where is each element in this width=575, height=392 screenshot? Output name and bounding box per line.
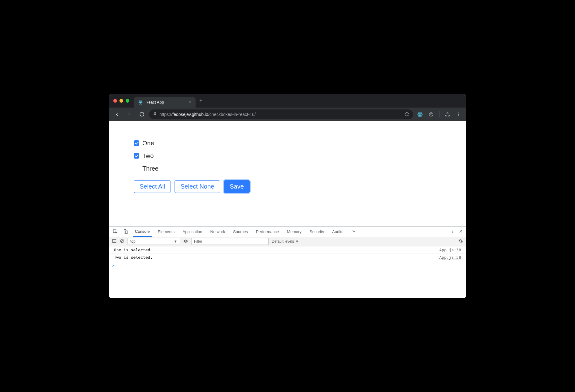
window-close-button[interactable] xyxy=(113,99,117,103)
clear-console-icon[interactable] xyxy=(120,239,124,244)
svg-point-5 xyxy=(419,114,420,115)
console-output: One is selected. App.js:38 Two is select… xyxy=(109,246,466,261)
svg-marker-4 xyxy=(405,112,409,116)
devtools-tab-sources[interactable]: Sources xyxy=(231,227,250,237)
devtools-menu-icon[interactable] xyxy=(451,229,455,234)
url-path: /checkboxes-in-react-16/ xyxy=(208,112,256,117)
devtools-right-controls xyxy=(451,229,463,234)
svg-point-12 xyxy=(445,115,447,116)
log-levels-select[interactable]: Default levels ▼ xyxy=(272,239,299,244)
titlebar: React App × + xyxy=(109,94,466,108)
svg-point-10 xyxy=(430,113,432,115)
browser-window: React App × + https://fedosejev.github.i… xyxy=(109,94,466,298)
devtools-tab-elements[interactable]: Elements xyxy=(156,227,176,237)
react-devtools-icon[interactable] xyxy=(416,110,424,119)
select-none-button[interactable]: Select None xyxy=(175,180,220,193)
reload-button[interactable] xyxy=(137,109,147,119)
lock-icon xyxy=(153,112,157,117)
svg-point-16 xyxy=(458,115,459,116)
prompt-chevron-icon: > xyxy=(112,263,115,268)
filter-input[interactable] xyxy=(191,238,269,245)
checkbox-row-three: Three xyxy=(134,165,441,172)
forward-button[interactable] xyxy=(124,109,134,119)
window-minimize-button[interactable] xyxy=(119,99,123,103)
svg-point-14 xyxy=(458,113,459,113)
checkbox-two[interactable] xyxy=(134,153,139,159)
devtools-tab-audits[interactable]: Audits xyxy=(330,227,345,237)
checkbox-row-one: One xyxy=(134,140,441,147)
svg-rect-25 xyxy=(113,240,116,243)
svg-point-9 xyxy=(429,113,433,116)
profile-icon[interactable] xyxy=(443,110,452,119)
checkbox-label[interactable]: Two xyxy=(142,152,154,160)
tab-title: React App xyxy=(145,100,186,104)
log-levels-label: Default levels xyxy=(272,239,294,244)
console-sidebar-toggle-icon[interactable] xyxy=(112,239,117,244)
extension-icon[interactable] xyxy=(427,110,435,119)
svg-point-0 xyxy=(140,102,141,103)
console-prompt[interactable]: > xyxy=(109,261,466,298)
devtools-tab-security[interactable]: Security xyxy=(308,227,326,237)
save-button[interactable]: Save xyxy=(224,180,250,193)
button-row: Select All Select None Save xyxy=(134,180,441,193)
nav-toolbar: https://fedosejev.github.io/checkboxes-i… xyxy=(109,108,466,121)
checkbox-one[interactable] xyxy=(134,140,139,146)
device-toolbar-icon[interactable] xyxy=(123,228,129,235)
address-bar[interactable]: https://fedosejev.github.io/checkboxes-i… xyxy=(149,109,413,119)
chevron-down-icon: ▼ xyxy=(174,239,177,244)
svg-point-20 xyxy=(452,229,453,230)
devtools-tab-network[interactable]: Network xyxy=(209,227,227,237)
devtools-tab-performance[interactable]: Performance xyxy=(254,227,281,237)
console-toolbar: top ▼ Default levels ▼ xyxy=(109,237,466,246)
log-message: One is selected. xyxy=(114,248,439,252)
new-tab-button[interactable]: + xyxy=(199,97,203,104)
log-source-link[interactable]: App.js:38 xyxy=(439,255,461,260)
log-row: One is selected. App.js:38 xyxy=(109,246,466,254)
close-tab-icon[interactable]: × xyxy=(189,100,191,105)
svg-point-11 xyxy=(447,113,448,114)
svg-point-21 xyxy=(452,231,453,231)
svg-line-27 xyxy=(121,240,123,242)
url-host: fedosejev.github.io xyxy=(172,112,208,117)
traffic-lights xyxy=(113,99,129,103)
log-source-link[interactable]: App.js:38 xyxy=(439,248,461,252)
checkbox-label[interactable]: One xyxy=(142,140,154,147)
window-maximize-button[interactable] xyxy=(126,99,129,103)
devtools-more-tabs-icon[interactable] xyxy=(351,229,356,234)
devtools-close-icon[interactable] xyxy=(459,229,463,234)
toolbar-divider xyxy=(439,111,439,117)
chevron-down-icon: ▼ xyxy=(295,239,299,244)
back-button[interactable] xyxy=(112,109,122,119)
select-all-button[interactable]: Select All xyxy=(134,180,171,193)
checkbox-row-two: Two xyxy=(134,152,441,160)
log-row: Two is selected. App.js:38 xyxy=(109,254,466,261)
svg-point-13 xyxy=(448,115,450,116)
bookmark-icon[interactable] xyxy=(404,111,409,117)
browser-tab[interactable]: React App × xyxy=(134,97,196,108)
url-scheme: https:// xyxy=(159,112,172,117)
menu-icon[interactable] xyxy=(454,110,463,119)
url-text: https://fedosejev.github.io/checkboxes-i… xyxy=(159,112,256,117)
devtools-tab-application[interactable]: Application xyxy=(181,227,204,237)
devtools-tabs: Console Elements Application Network Sou… xyxy=(109,227,466,237)
devtools-tab-console[interactable]: Console xyxy=(133,227,152,237)
svg-point-28 xyxy=(185,241,186,241)
react-icon xyxy=(138,100,143,105)
devtools-panel: Console Elements Application Network Sou… xyxy=(109,226,466,298)
checkbox-label[interactable]: Three xyxy=(142,165,158,172)
live-expression-icon[interactable] xyxy=(183,239,188,245)
devtools-tab-memory[interactable]: Memory xyxy=(285,227,303,237)
page-content: One Two Three Select All Select None Sav… xyxy=(109,121,466,226)
checkbox-three[interactable] xyxy=(134,166,139,171)
svg-point-15 xyxy=(458,114,459,115)
log-message: Two is selected. xyxy=(114,255,439,260)
context-select[interactable]: top ▼ xyxy=(128,238,180,245)
svg-point-22 xyxy=(452,232,453,232)
console-settings-icon[interactable] xyxy=(458,239,463,244)
inspect-element-icon[interactable] xyxy=(112,228,118,235)
context-select-value: top xyxy=(130,239,136,244)
